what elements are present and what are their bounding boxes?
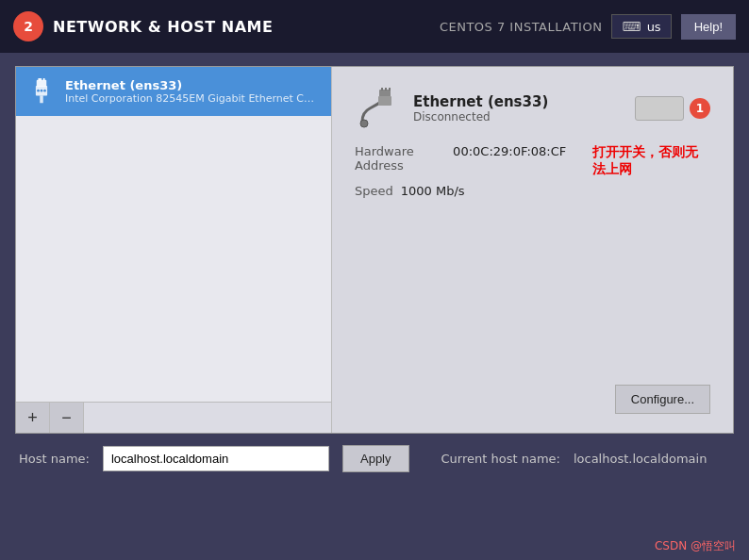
network-list-controls: + − xyxy=(16,402,331,433)
remove-network-button[interactable]: − xyxy=(50,403,84,433)
network-item-name: Ethernet (ens33) xyxy=(65,78,320,92)
svg-rect-12 xyxy=(389,88,391,91)
host-name-label: Host name: xyxy=(19,452,90,466)
svg-rect-1 xyxy=(39,78,41,81)
svg-point-7 xyxy=(41,90,43,92)
network-toggle[interactable] xyxy=(635,96,684,121)
detail-network-name: Ethernet (ens33) xyxy=(413,93,548,110)
svg-rect-3 xyxy=(40,78,42,81)
hardware-label: Hardware Address xyxy=(355,144,445,178)
footer-text: CSDN @悟空叫 xyxy=(655,538,736,554)
svg-rect-0 xyxy=(37,80,47,87)
speed-value: 1000 Mb/s xyxy=(401,184,465,198)
toggle-badge: 1 xyxy=(690,98,710,119)
add-network-button[interactable]: + xyxy=(16,403,50,433)
header-left: 2 NETWORK & HOST NAME xyxy=(13,11,273,41)
speed-label: Speed xyxy=(355,184,393,198)
hardware-address-row: Hardware Address 00:0C:29:0F:08:CF 打开开关，… xyxy=(355,144,710,178)
network-panel: Ethernet (ens33) Intel Corporation 82545… xyxy=(15,66,734,434)
toggle-area: 1 xyxy=(635,96,710,121)
svg-rect-5 xyxy=(40,95,43,103)
hardware-value: 00:0C:29:0F:08:CF xyxy=(453,144,566,178)
step-badge: 2 xyxy=(13,11,43,41)
network-list-items: Ethernet (ens33) Intel Corporation 82545… xyxy=(16,67,331,402)
apply-button[interactable]: Apply xyxy=(342,445,409,472)
speed-row: Speed 1000 Mb/s xyxy=(355,184,710,198)
main-content: Ethernet (ens33) Intel Corporation 82545… xyxy=(0,53,749,486)
network-item-ens33[interactable]: Ethernet (ens33) Intel Corporation 82545… xyxy=(16,67,331,116)
svg-rect-13 xyxy=(378,96,391,106)
header: 2 NETWORK & HOST NAME CENTOS 7 INSTALLAT… xyxy=(0,0,749,53)
header-right: CENTOS 7 INSTALLATION ⌨ us Help! xyxy=(440,14,736,40)
current-host-label: Current host name: xyxy=(441,452,560,466)
svg-rect-2 xyxy=(43,78,45,81)
svg-point-8 xyxy=(43,90,46,92)
network-list: Ethernet (ens33) Intel Corporation 82545… xyxy=(16,67,332,433)
lang-text: us xyxy=(647,20,661,34)
installation-subtitle: CENTOS 7 INSTALLATION xyxy=(440,20,603,34)
detail-network-status: Disconnected xyxy=(413,110,548,124)
configure-button[interactable]: Configure... xyxy=(615,385,710,414)
network-detail: Ethernet (ens33) Disconnected 1 Hardware… xyxy=(332,67,733,433)
ethernet-detail-icon xyxy=(355,86,400,131)
current-host-value: localhost.localdomain xyxy=(574,452,707,466)
language-selector[interactable]: ⌨ us xyxy=(611,14,671,39)
detail-header: Ethernet (ens33) Disconnected 1 xyxy=(355,86,710,131)
svg-point-6 xyxy=(37,90,40,92)
network-item-info: Ethernet (ens33) Intel Corporation 82545… xyxy=(65,78,320,105)
svg-rect-10 xyxy=(381,88,383,91)
ethernet-list-icon xyxy=(27,76,56,107)
detail-title-text: Ethernet (ens33) Disconnected xyxy=(413,93,548,124)
keyboard-icon: ⌨ xyxy=(622,19,641,34)
svg-point-14 xyxy=(360,120,368,127)
detail-title-row: Ethernet (ens33) Disconnected xyxy=(355,86,548,131)
svg-rect-11 xyxy=(385,88,387,91)
bottom-bar: Host name: Apply Current host name: loca… xyxy=(15,445,734,472)
svg-rect-9 xyxy=(379,90,391,97)
page-title: NETWORK & HOST NAME xyxy=(53,18,273,36)
help-button[interactable]: Help! xyxy=(681,14,736,40)
host-name-input[interactable] xyxy=(103,446,329,471)
network-item-desc: Intel Corporation 82545EM Gigabit Ethern… xyxy=(65,92,320,105)
annotation-text: 打开开关，否则无法上网 xyxy=(592,144,710,178)
